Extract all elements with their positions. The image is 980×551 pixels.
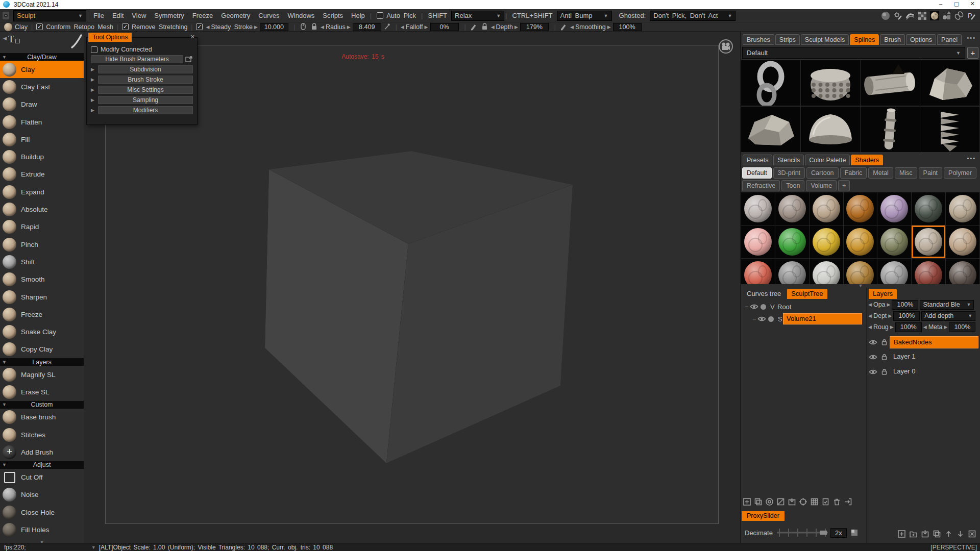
visibility-eye-icon[interactable] xyxy=(869,354,877,360)
steady-stroke-checkbox[interactable]: ✓ xyxy=(196,23,206,30)
brush-stroke-preview-icon[interactable] xyxy=(70,34,83,49)
tab-shaders[interactable]: Shaders xyxy=(851,155,883,165)
tool-copy-clay[interactable]: Copy Clay xyxy=(0,341,84,358)
move-up-icon[interactable] xyxy=(944,530,953,539)
tab-brushes[interactable]: Brushes xyxy=(743,34,774,45)
shader-cat-toon[interactable]: Toon xyxy=(781,180,804,191)
add-icon[interactable] xyxy=(897,530,906,539)
shader-dark-red[interactable] xyxy=(912,259,945,284)
add-shader-category-button[interactable]: + xyxy=(838,180,850,191)
text-tool-icon[interactable]: T xyxy=(8,34,14,45)
menu-geometry[interactable]: Geometry xyxy=(217,12,254,19)
export-doc-icon[interactable] xyxy=(821,497,830,506)
lock-icon[interactable] xyxy=(480,22,489,31)
shift-action-dropdown[interactable]: Relax▼ xyxy=(451,11,504,21)
visibility-eye-icon[interactable] xyxy=(869,339,877,345)
shader-cat-fabric[interactable]: Fabric xyxy=(840,167,867,179)
shader-dark-brown[interactable] xyxy=(946,259,979,284)
tool-absolute[interactable]: Absolute xyxy=(0,201,84,218)
shader-lavender[interactable] xyxy=(877,192,911,225)
shader-dark-green[interactable] xyxy=(912,192,945,225)
shader-cat-misc[interactable]: Misc xyxy=(895,167,917,179)
layer-row-layer-1[interactable]: Layer 1 xyxy=(867,349,980,364)
shader-chrome[interactable] xyxy=(877,259,911,284)
gear-pencil-icon[interactable] xyxy=(893,11,902,20)
auto-pick-toggle[interactable]: Auto Pick xyxy=(373,12,420,19)
menu-scripts[interactable]: Scripts xyxy=(318,12,347,19)
lock-icon[interactable] xyxy=(880,368,887,375)
tool-shift[interactable]: Shift xyxy=(0,253,84,270)
spline-thumb-bamboo[interactable] xyxy=(861,107,920,152)
tool-expand[interactable]: Expand xyxy=(0,183,84,201)
primitives-icon[interactable] xyxy=(942,11,951,20)
lock-icon[interactable] xyxy=(880,353,887,361)
shader-light-bronze[interactable] xyxy=(946,226,979,258)
spline-thumb-cap[interactable] xyxy=(801,107,860,152)
page-icon[interactable] xyxy=(850,528,859,537)
tab-panel[interactable]: Panel xyxy=(937,34,962,45)
tool-add-brush[interactable]: Add Brush xyxy=(0,443,84,461)
shader-coral[interactable] xyxy=(741,259,775,284)
camera-icon[interactable] xyxy=(718,39,733,54)
spline-thumb-chain[interactable] xyxy=(741,60,800,106)
tool-close-hole[interactable]: Close Hole xyxy=(0,504,84,521)
tab-options[interactable]: Options xyxy=(906,34,936,45)
add-icon[interactable] xyxy=(743,497,751,506)
add-folder-icon[interactable] xyxy=(909,530,918,539)
falloff-stepper[interactable]: ◀Falloff▶ xyxy=(401,23,428,31)
modify-connected-checkbox[interactable]: Modify Connected xyxy=(91,46,193,53)
tool-fill-holes[interactable]: Fill Holes xyxy=(0,521,84,538)
menu-view[interactable]: View xyxy=(128,12,150,19)
opacity-stepper[interactable]: ◀Opa▶ xyxy=(868,301,890,308)
instance-icon[interactable] xyxy=(765,497,774,506)
proxy-slider-tab[interactable]: ProxySlider xyxy=(742,511,785,521)
menu-help[interactable]: Help xyxy=(347,12,369,19)
panel-menu-icon[interactable]: ••• xyxy=(967,155,976,161)
radius-stepper[interactable]: ◀Radius▶ xyxy=(321,23,351,31)
layer-row-bakednodes[interactable]: BakedNodes xyxy=(867,335,980,349)
decimate-slider[interactable] xyxy=(777,527,828,538)
panel-close-icon[interactable]: ✕ xyxy=(190,34,195,40)
smoothing-stepper[interactable]: ◀Smoothing▶ xyxy=(570,23,611,31)
shader-cat-paint[interactable]: Paint xyxy=(919,167,943,179)
visibility-eye-icon[interactable] xyxy=(757,316,766,322)
shader-silver[interactable] xyxy=(741,192,775,225)
section-header-clay-draw[interactable]: ▼Clay/Draw xyxy=(0,53,84,61)
chain-link-icon[interactable] xyxy=(954,11,964,20)
shader-olive[interactable] xyxy=(877,226,911,258)
clear-icon[interactable] xyxy=(968,530,977,539)
tool-noise[interactable]: Noise xyxy=(0,486,84,504)
section-header-adjust[interactable]: ▼Adjust xyxy=(0,461,84,469)
decimate-value[interactable]: 2x xyxy=(830,528,847,538)
tree-node-root[interactable]: −VRoot xyxy=(741,300,866,313)
shader-bronze[interactable] xyxy=(844,226,877,258)
collapse-arrow-icon[interactable]: ◀ xyxy=(3,36,7,41)
steady-stroke-value[interactable]: 10.000 xyxy=(260,23,288,31)
add-preset-button[interactable]: + xyxy=(967,47,978,59)
shader-taupe[interactable] xyxy=(775,192,809,225)
strokes-icon[interactable] xyxy=(905,11,915,20)
metalness-stepper[interactable]: ◀Meta▶ xyxy=(923,323,948,331)
hide-brush-parameters-button[interactable]: Hide Brush Parameters xyxy=(91,55,193,63)
tool-rapid[interactable]: Rapid xyxy=(0,218,84,236)
visibility-eye-icon[interactable] xyxy=(869,369,877,375)
tool-cut-off[interactable]: Cut Off xyxy=(0,469,84,486)
viewport[interactable]: Autosave: 15 s Tool Options ✕ Modify Con… xyxy=(84,32,740,543)
tool-erase-sl[interactable]: Erase SL xyxy=(0,383,84,400)
p-pencil-icon[interactable]: P xyxy=(967,11,976,20)
shader-speckled-white[interactable] xyxy=(810,259,843,284)
tab-sculpttree[interactable]: SculptTree xyxy=(787,289,827,299)
conform-retopo-checkbox[interactable]: ✓Conform Retopo Mesh xyxy=(36,23,113,31)
status-arrow-icon[interactable]: ▼ xyxy=(26,545,96,550)
material-ball-icon[interactable] xyxy=(930,11,939,20)
pen-icon[interactable] xyxy=(470,22,478,31)
smoothing-value[interactable]: 100% xyxy=(613,23,642,31)
tool-flatten[interactable]: Flatten xyxy=(0,113,84,131)
depth-value[interactable]: 100% xyxy=(893,311,920,321)
blend-dropdown[interactable]: Standard Ble▼ xyxy=(920,300,974,310)
shader-beige[interactable] xyxy=(946,192,979,225)
tool-base-brush[interactable]: Base brush xyxy=(0,409,84,426)
spline-thumb-boulder[interactable] xyxy=(741,107,800,152)
shader-cat-cartoon[interactable]: Cartoon xyxy=(806,167,838,179)
menu-file[interactable]: File xyxy=(89,12,108,19)
